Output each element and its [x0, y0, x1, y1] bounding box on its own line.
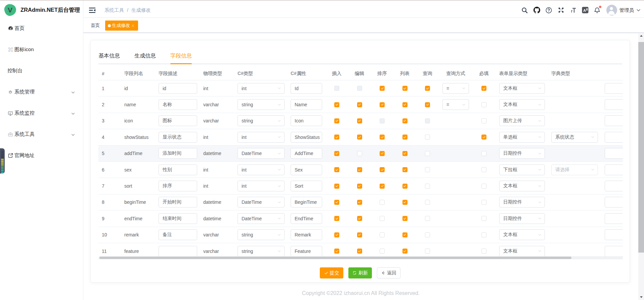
sidebar-item-5[interactable]: 系统工具 [0, 124, 83, 145]
csharp-property-input[interactable] [291, 181, 322, 191]
refresh-button[interactable]: 刷新 [348, 267, 372, 278]
display-type-select[interactable]: 日期控件 [499, 197, 545, 208]
tab-字段信息[interactable]: 字段信息 [170, 49, 192, 63]
query-checkbox[interactable] [425, 232, 430, 237]
list-checkbox[interactable] [402, 249, 407, 254]
description-input[interactable] [159, 229, 197, 240]
description-input[interactable] [159, 164, 197, 175]
description-input[interactable] [159, 99, 197, 110]
csharp-type-select[interactable]: string [238, 246, 285, 257]
example-input[interactable] [605, 83, 623, 94]
insert-checkbox[interactable] [334, 102, 339, 107]
insert-checkbox[interactable] [334, 184, 339, 189]
csharp-type-select[interactable]: DateTime [238, 213, 285, 224]
display-type-select[interactable]: 图片上传 [499, 115, 545, 126]
sidebar-item-0[interactable]: 首页 [0, 18, 83, 39]
csharp-type-select[interactable]: string [238, 115, 285, 126]
required-checkbox[interactable] [481, 216, 486, 221]
caret-down-icon[interactable] [636, 8, 641, 13]
csharp-type-select[interactable]: string [238, 229, 285, 240]
csharp-property-input[interactable] [291, 132, 322, 143]
edit-checkbox[interactable] [357, 102, 362, 107]
query-checkbox[interactable] [425, 86, 430, 91]
csharp-type-select[interactable]: int [238, 83, 285, 94]
edit-checkbox[interactable] [357, 232, 362, 237]
insert-checkbox[interactable] [334, 216, 339, 221]
required-checkbox[interactable] [481, 200, 486, 205]
sidebar-item-1[interactable]: 图标icon [0, 39, 83, 60]
query-checkbox[interactable] [425, 249, 430, 254]
list-checkbox[interactable] [402, 200, 407, 205]
list-checkbox[interactable] [402, 216, 407, 221]
required-checkbox[interactable] [481, 86, 486, 91]
list-checkbox[interactable] [402, 118, 407, 123]
sort-checkbox[interactable] [380, 86, 385, 91]
list-checkbox[interactable] [402, 135, 407, 140]
query-mode-select[interactable]: = [442, 83, 469, 94]
list-checkbox[interactable] [402, 167, 407, 172]
query-checkbox[interactable] [425, 167, 430, 172]
sidebar-item-4[interactable]: 系统监控 [0, 103, 83, 124]
insert-checkbox[interactable] [334, 167, 339, 172]
description-input[interactable] [159, 181, 197, 191]
csharp-property-input[interactable] [291, 99, 322, 110]
display-type-select[interactable]: 文本框 [499, 181, 545, 191]
tag-生成修改[interactable]: 生成修改 [105, 21, 138, 31]
edit-checkbox[interactable] [357, 135, 362, 140]
query-checkbox[interactable] [425, 151, 430, 156]
required-checkbox[interactable] [481, 232, 486, 237]
font-size-button[interactable] [567, 2, 579, 18]
csharp-type-select[interactable]: int [238, 181, 285, 191]
edit-checkbox[interactable] [357, 118, 362, 123]
dict-type-select[interactable]: 请选择 [551, 164, 598, 175]
list-checkbox[interactable] [402, 86, 407, 91]
table-horizontal-scrollbar-thumb[interactable] [99, 257, 571, 259]
insert-checkbox[interactable] [334, 118, 339, 123]
required-checkbox[interactable] [481, 249, 486, 254]
example-input[interactable] [605, 197, 623, 208]
example-input[interactable] [605, 181, 623, 191]
description-input[interactable] [159, 115, 197, 126]
list-checkbox[interactable] [402, 232, 407, 237]
query-checkbox[interactable] [425, 216, 430, 221]
csharp-property-input[interactable] [291, 164, 322, 175]
required-checkbox[interactable] [481, 118, 486, 123]
csharp-property-input[interactable] [291, 148, 322, 159]
query-checkbox[interactable] [425, 184, 430, 189]
required-checkbox[interactable] [481, 102, 486, 107]
description-input[interactable] [159, 246, 197, 257]
tag-首页[interactable]: 首页 [91, 23, 100, 29]
csharp-type-select[interactable]: DateTime [238, 197, 285, 208]
edit-checkbox[interactable] [357, 216, 362, 221]
dict-type-select[interactable]: 系统状态 [551, 132, 598, 143]
description-input[interactable] [159, 132, 197, 143]
csharp-property-input[interactable] [291, 115, 322, 126]
csharp-property-input[interactable] [291, 197, 322, 208]
sort-checkbox[interactable] [380, 118, 385, 123]
example-input[interactable] [605, 132, 623, 143]
insert-checkbox[interactable] [334, 200, 339, 205]
display-type-select[interactable]: 下拉框 [499, 164, 545, 175]
required-checkbox[interactable] [481, 151, 486, 156]
query-checkbox[interactable] [425, 118, 430, 123]
sort-checkbox[interactable] [380, 135, 385, 140]
csharp-type-select[interactable]: DateTime [238, 148, 285, 159]
sort-checkbox[interactable] [380, 232, 385, 237]
sort-checkbox[interactable] [380, 102, 385, 107]
example-input[interactable] [605, 148, 623, 159]
example-input[interactable] [605, 99, 623, 110]
csharp-type-select[interactable]: int [238, 164, 285, 175]
csharp-property-input[interactable] [291, 229, 322, 240]
insert-checkbox[interactable] [334, 135, 339, 140]
list-checkbox[interactable] [402, 151, 407, 156]
edit-checkbox[interactable] [357, 86, 362, 91]
sidebar-item-2[interactable]: 控制台 [0, 60, 83, 81]
display-type-select[interactable]: 文本框 [499, 246, 545, 257]
display-type-select[interactable]: 文本框 [499, 83, 545, 94]
menu-fold-icon[interactable] [89, 7, 96, 14]
help-button[interactable] [543, 2, 555, 18]
translate-button[interactable]: A [579, 2, 591, 18]
list-checkbox[interactable] [402, 102, 407, 107]
csharp-type-select[interactable]: int [238, 132, 285, 143]
query-checkbox[interactable] [425, 135, 430, 140]
